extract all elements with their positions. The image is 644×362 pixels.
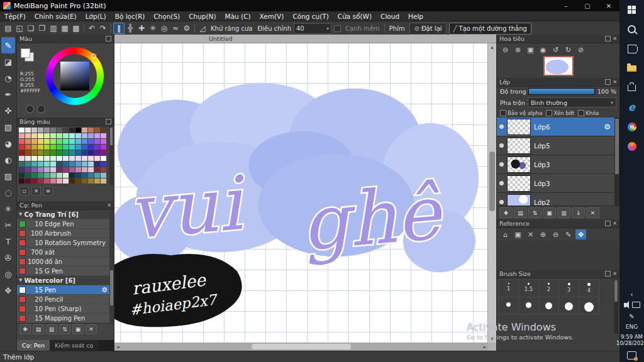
brush-scrollbar[interactable]: [109, 210, 114, 323]
palette-swatch[interactable]: [69, 145, 75, 150]
snap-vanishing-icon[interactable]: ✚: [136, 23, 147, 34]
smudge-tool[interactable]: ◔: [1, 70, 15, 86]
palette-swatch[interactable]: [57, 133, 62, 138]
palette-swatch[interactable]: [88, 173, 94, 178]
palette-swatch[interactable]: [25, 156, 31, 161]
palette-swatch[interactable]: [94, 167, 100, 172]
snap-radial-icon[interactable]: ✳: [147, 23, 158, 34]
palette-swatch[interactable]: [69, 128, 75, 133]
palette-swatch[interactable]: [94, 139, 100, 144]
palette-swatch[interactable]: [44, 145, 50, 150]
palette-swatch[interactable]: [38, 156, 43, 161]
palette-swatch[interactable]: [75, 178, 81, 184]
palette-swatch[interactable]: [63, 128, 69, 133]
brush-size-cell[interactable]: 4: [579, 279, 599, 297]
palette-swatch[interactable]: [25, 145, 31, 150]
palette-swatch[interactable]: [57, 150, 62, 155]
palette-swatch[interactable]: [82, 173, 87, 178]
palette-swatch[interactable]: [82, 128, 87, 133]
palette-swatch[interactable]: [94, 133, 100, 138]
palette-swatch[interactable]: [101, 139, 106, 144]
palette-swatch[interactable]: [69, 133, 75, 138]
menu-item[interactable]: Chỉnh sửa(E): [30, 13, 81, 20]
snap-cross-icon[interactable]: ╬: [125, 23, 136, 34]
palette-swatch[interactable]: [50, 150, 56, 155]
palette-swatch[interactable]: [69, 150, 75, 155]
float-panel-icon[interactable]: [605, 36, 611, 41]
navigator-thumbnail[interactable]: [544, 57, 573, 75]
zoom-in-icon[interactable]: ⊕: [513, 45, 523, 55]
duplicate-brush-icon[interactable]: ▥: [46, 324, 57, 334]
scrollbar-thumb[interactable]: [110, 128, 113, 145]
palette-swatch[interactable]: [19, 145, 25, 150]
palette-swatch[interactable]: [82, 156, 87, 161]
canvas-viewport[interactable]: vui ghê rauxelee #hoiaep2x7: [114, 43, 487, 343]
new-canvas-icon[interactable]: ▤: [3, 23, 14, 34]
palette-swatch[interactable]: [50, 145, 56, 150]
palette-swatch[interactable]: [94, 162, 100, 167]
comment-icon[interactable]: ❏: [25, 23, 36, 34]
palette-swatch[interactable]: [75, 150, 81, 155]
palette-swatch[interactable]: [19, 178, 25, 184]
menu-item[interactable]: Bộ lọc(R): [111, 13, 150, 20]
palette-swatch[interactable]: [44, 167, 50, 172]
menu-item[interactable]: Help: [404, 13, 428, 20]
hand-tool[interactable]: ✥: [1, 282, 15, 299]
eraser-tool[interactable]: ◪: [1, 53, 15, 70]
palette-swatch[interactable]: [31, 145, 37, 150]
palette-swatch[interactable]: [57, 173, 62, 178]
scrollbar-thumb[interactable]: [614, 280, 618, 302]
brush-folder-icon[interactable]: ▣: [72, 324, 84, 334]
rotate-right-icon[interactable]: ↻: [563, 45, 574, 55]
palette-swatch[interactable]: [31, 128, 37, 133]
reset-view-icon[interactable]: ⊘: [575, 45, 586, 55]
brush-item[interactable]: 100Airbrush: [17, 229, 109, 238]
palette-swatch[interactable]: [19, 150, 25, 155]
palette-swatch[interactable]: [63, 173, 69, 178]
layer-row[interactable]: Lớp5: [497, 136, 614, 155]
palette-swatch[interactable]: [88, 178, 94, 184]
brush-size-cell[interactable]: [558, 297, 579, 315]
scrollbar-thumb[interactable]: [615, 119, 619, 174]
palette-swatch[interactable]: [69, 162, 75, 167]
magic-wand-tool[interactable]: ✳: [1, 200, 15, 217]
divide-tool[interactable]: ✂: [1, 217, 15, 233]
layer-row[interactable]: Lớp6⚙: [497, 118, 614, 136]
bucket-tool[interactable]: ◕: [1, 135, 15, 151]
scrollbar-thumb[interactable]: [252, 344, 351, 349]
close-panel-icon[interactable]: ✕: [613, 221, 617, 226]
zoom-out-icon[interactable]: ⊖: [500, 45, 511, 55]
palette-swatch[interactable]: [69, 167, 75, 172]
layer-row[interactable]: Lớp3: [497, 174, 614, 193]
opacity-slider[interactable]: [528, 88, 594, 95]
canvas-tab-title[interactable]: Untitled: [209, 35, 233, 42]
palette-swatch[interactable]: [38, 145, 43, 150]
new-brush-icon[interactable]: ▤: [33, 324, 44, 334]
maximize-button[interactable]: ▢: [577, 0, 598, 11]
brush-size-cell[interactable]: [518, 297, 539, 315]
palette-swatch[interactable]: [50, 173, 56, 178]
palette-swatch[interactable]: [25, 162, 31, 167]
palette-swatch[interactable]: [94, 128, 100, 133]
palette-swatch[interactable]: [44, 139, 50, 144]
palette-swatch[interactable]: [63, 145, 69, 150]
scroll-down-icon[interactable]: ▼: [488, 335, 496, 343]
delete-color-icon[interactable]: ✕: [31, 187, 41, 195]
fit-window-icon[interactable]: ▣: [525, 45, 536, 55]
brush-item[interactable]: 15Mapping Pen: [17, 314, 109, 323]
menu-item[interactable]: Tệp(F): [0, 13, 30, 20]
new-folder-icon[interactable]: ▣: [543, 207, 556, 218]
hue-wheel[interactable]: [46, 47, 104, 105]
adjust-dropdown[interactable]: 40 ▾: [294, 23, 331, 34]
zoom-tool[interactable]: ◎: [1, 266, 15, 282]
palette-swatch[interactable]: [63, 178, 69, 184]
palette-swatch[interactable]: [31, 173, 37, 178]
browser-icon[interactable]: [619, 136, 644, 156]
palette-swatch[interactable]: [25, 150, 31, 155]
palette-swatch[interactable]: [69, 178, 75, 184]
palette-swatch[interactable]: [82, 162, 87, 167]
duplicate-layer-icon[interactable]: ▤: [514, 207, 527, 218]
palette-swatch[interactable]: [88, 162, 94, 167]
palette-swatch[interactable]: [38, 128, 43, 133]
delete-layer-icon[interactable]: ✕: [586, 207, 599, 218]
